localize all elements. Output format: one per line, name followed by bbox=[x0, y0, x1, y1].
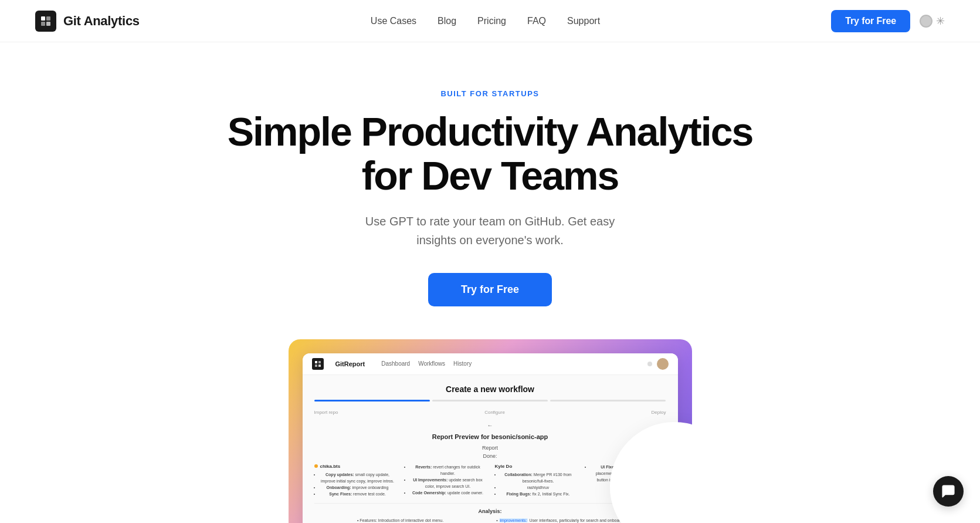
chat-bubble-button[interactable] bbox=[933, 476, 964, 507]
svg-rect-1 bbox=[46, 16, 50, 21]
app-topbar: GitReport Dashboard Workflows History bbox=[303, 353, 678, 375]
contributor-1-tasks: Copy updates: small copy update, improve… bbox=[314, 471, 395, 498]
navbar: Git Analytics Use Cases Blog Pricing FAQ… bbox=[0, 0, 980, 42]
navbar-right: Try for Free ✳ bbox=[831, 10, 945, 32]
app-nav-dashboard[interactable]: Dashboard bbox=[381, 360, 410, 367]
nav-support[interactable]: Support bbox=[567, 16, 600, 26]
task-item: Code Ownership: update code owner. bbox=[411, 490, 486, 496]
contributor-3-tasks: Collaboration: Merge PR #130 from besoni… bbox=[495, 471, 576, 498]
app-preview-container: GitReport Dashboard Workflows History Cr… bbox=[289, 339, 692, 523]
hero-title: Simple Productivity Analytics for Dev Te… bbox=[209, 110, 772, 198]
contributor-4: UI Fixes: dot menu tooltip and placement… bbox=[585, 464, 666, 498]
contributors-row: chika.bts Copy updates: small copy updat… bbox=[314, 464, 666, 498]
svg-rect-4 bbox=[315, 361, 317, 363]
task-item: Sync Fixes: remove test code. bbox=[320, 491, 395, 497]
task-item: Reverts: revert changes for outdick hand… bbox=[411, 464, 486, 477]
logo-icon bbox=[35, 11, 56, 32]
report-label: Report bbox=[314, 445, 666, 451]
contributor-1: chika.bts Copy updates: small copy updat… bbox=[314, 464, 395, 498]
analysis-text-2: • improvements: User interfaces, particu… bbox=[494, 518, 666, 523]
toggle-circle-icon bbox=[920, 15, 932, 28]
svg-rect-2 bbox=[41, 22, 45, 26]
hero-section: BUILT FOR STARTUPS Simple Productivity A… bbox=[0, 42, 980, 523]
notification-dot bbox=[647, 362, 652, 366]
app-screenshot: GitReport Dashboard Workflows History Cr… bbox=[303, 353, 678, 523]
analysis-section: Analysis: • Features: Introduction of in… bbox=[314, 503, 666, 523]
analysis-col-2: • improvements: User interfaces, particu… bbox=[494, 518, 666, 523]
done-label: Done: bbox=[314, 453, 666, 459]
step-segment-1 bbox=[314, 400, 430, 401]
nav-links: Use Cases Blog Pricing FAQ Support bbox=[371, 16, 600, 26]
step-segment-2 bbox=[432, 400, 548, 401]
task-item: Onboarding: improve onboarding bbox=[320, 484, 395, 491]
contributor-2-tasks: Reverts: revert changes for outdick hand… bbox=[405, 464, 486, 497]
contributor-3-name: Kyle Do bbox=[495, 464, 576, 469]
logo-text: Git Analytics bbox=[63, 14, 140, 29]
app-logo-icon bbox=[312, 358, 324, 370]
contributor-3: Kyle Do Collaboration: Merge PR #130 fro… bbox=[495, 464, 576, 498]
app-nav-workflows[interactable]: Workflows bbox=[418, 360, 445, 367]
svg-rect-0 bbox=[41, 16, 45, 21]
contributor-1-dot bbox=[314, 464, 318, 468]
theme-sun-icon: ✳ bbox=[936, 15, 945, 28]
logo-link[interactable]: Git Analytics bbox=[35, 11, 140, 32]
app-nav-history[interactable]: History bbox=[453, 360, 472, 367]
svg-rect-6 bbox=[315, 365, 317, 367]
task-item: UI Fixes: dot menu tooltip and placement… bbox=[591, 464, 666, 484]
task-item: Collaboration: Merge PR #130 from besoni… bbox=[501, 471, 576, 484]
app-bar-right bbox=[647, 358, 669, 370]
hero-subtitle: Use GPT to rate your team on GitHub. Get… bbox=[361, 212, 619, 249]
svg-rect-3 bbox=[46, 22, 50, 26]
hero-badge: BUILT FOR STARTUPS bbox=[440, 89, 539, 98]
nav-faq[interactable]: FAQ bbox=[527, 16, 546, 26]
task-item: Copy updates: small copy update, improve… bbox=[320, 471, 395, 484]
step-segment-3 bbox=[550, 400, 666, 401]
navbar-cta-button[interactable]: Try for Free bbox=[831, 10, 910, 32]
step-label-1: Import repo bbox=[314, 410, 338, 415]
app-nav: Dashboard Workflows History bbox=[381, 360, 472, 367]
back-arrow[interactable]: ← bbox=[314, 422, 666, 428]
app-main-content: Create a new workflow Import repo Config… bbox=[303, 375, 678, 523]
task-item: UI Improvements: update search box color… bbox=[411, 477, 486, 490]
step-label-3: Deploy bbox=[652, 410, 666, 415]
step-label-2: Configure bbox=[484, 410, 505, 415]
contributor-2: Reverts: revert changes for outdick hand… bbox=[405, 464, 486, 498]
app-name-label: GitReport bbox=[335, 360, 365, 367]
svg-rect-5 bbox=[318, 361, 321, 363]
report-preview-title: Report Preview for besonic/sonic-app bbox=[314, 433, 666, 440]
task-item: rashlyidhruv bbox=[501, 484, 576, 491]
analysis-label: Analysis: bbox=[314, 508, 666, 514]
nav-pricing[interactable]: Pricing bbox=[477, 16, 506, 26]
analysis-text-1: • Features: Introduction of interactive … bbox=[314, 518, 487, 523]
nav-blog[interactable]: Blog bbox=[438, 16, 456, 26]
contributor-4-tasks: UI Fixes: dot menu tooltip and placement… bbox=[585, 464, 666, 484]
workflow-title: Create a new workflow bbox=[314, 384, 666, 394]
svg-rect-7 bbox=[318, 365, 321, 367]
analysis-col-1: • Features: Introduction of interactive … bbox=[314, 518, 487, 523]
contributor-1-name: chika.bts bbox=[314, 464, 395, 469]
nav-use-cases[interactable]: Use Cases bbox=[371, 16, 416, 26]
step-progress-bar bbox=[314, 400, 666, 401]
hero-cta-button[interactable]: Try for Free bbox=[428, 273, 552, 306]
step-labels: Import repo Configure Deploy bbox=[314, 410, 666, 415]
theme-toggle[interactable]: ✳ bbox=[920, 15, 945, 28]
highlight-improvements: improvements: bbox=[499, 518, 528, 522]
analysis-items: • Features: Introduction of interactive … bbox=[314, 518, 666, 523]
task-item: Fixing Bugs: fix 2, Initial Sync Fix. bbox=[501, 491, 576, 497]
user-avatar bbox=[657, 358, 669, 370]
